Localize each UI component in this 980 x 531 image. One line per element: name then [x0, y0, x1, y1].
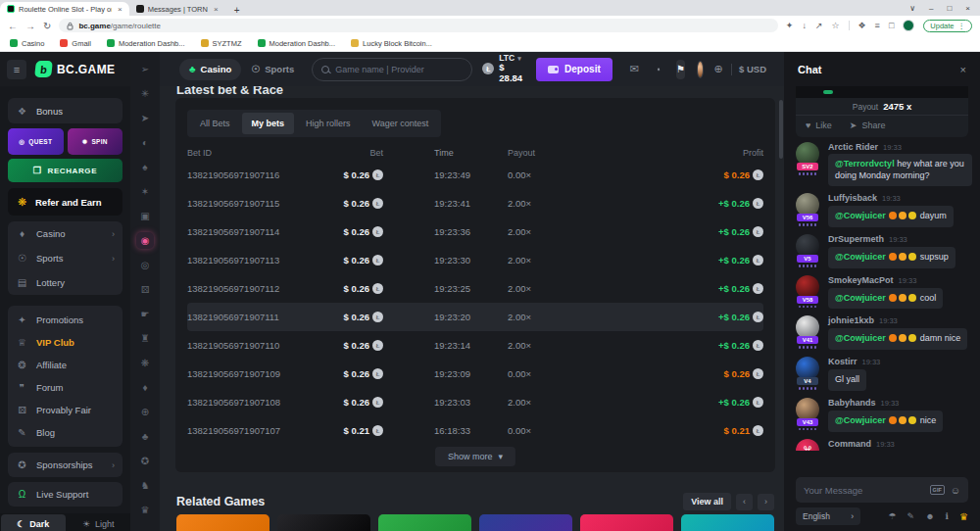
bookmark-item[interactable]: Casino	[10, 39, 44, 48]
rail-fortune-icon[interactable]: ✪	[136, 453, 154, 469]
rail-crash-icon[interactable]: ➢	[136, 61, 154, 77]
sidebar-item-casino[interactable]: ♦Casino›	[8, 221, 122, 246]
user-mention[interactable]: @Terrordvctyl	[835, 159, 895, 169]
user-mention[interactable]: @Cowjuicer	[835, 333, 886, 343]
rail-video-poker-icon[interactable]: ♣	[136, 428, 154, 445]
recharge-button[interactable]: ❒ RECHARGE	[8, 159, 122, 182]
bets-tab-high-rollers[interactable]: High rollers	[296, 113, 361, 134]
related-game-thumbnail[interactable]	[176, 514, 270, 531]
theme-light-button[interactable]: ☀ Light	[67, 513, 131, 531]
emoji-icon[interactable]: ☺	[951, 485, 960, 496]
browser-tab-roulette[interactable]: Roulette Online Slot - Play onlin... ×	[0, 2, 129, 16]
related-game-thumbnail[interactable]	[378, 514, 471, 531]
bookmark-item[interactable]: Moderation Dashb...	[258, 39, 336, 48]
chat-input-box[interactable]: GIF ☺	[796, 477, 968, 503]
user-mention[interactable]: @Cowjuicer	[835, 415, 886, 425]
chat-username[interactable]: johnie1kxb	[828, 315, 874, 325]
rail-roulette-icon[interactable]: ◉	[136, 232, 154, 249]
chat-toggle-button[interactable]: ⚑	[676, 60, 685, 79]
table-row[interactable]: 138219056971907113$ 0.26Ł19:23:302.00×+$…	[187, 246, 763, 274]
user-mention[interactable]: @Cowjuicer	[835, 211, 886, 220]
chat-user-avatar[interactable]: ⌘	[796, 439, 819, 452]
tab-close-icon[interactable]: ×	[214, 5, 219, 14]
sidebar-item-promotions[interactable]: ✦Promotions	[8, 309, 122, 331]
share-button[interactable]: ➤Share	[850, 121, 886, 130]
wallet-currency-selector[interactable]: Ł LTC▾ $ 28.84	[482, 54, 522, 85]
messages-icon[interactable]: ✉	[630, 63, 639, 75]
chat-username[interactable]: Luffyisback	[828, 193, 877, 203]
fiat-currency-label[interactable]: $ USD	[739, 64, 766, 74]
game-search-box[interactable]	[312, 58, 472, 81]
sidebar-item-provably-fair[interactable]: ⚄Provably Fair	[8, 399, 122, 421]
table-row[interactable]: 138219056971907110$ 0.26Ł19:23:142.00×+$…	[187, 331, 763, 360]
reading-list-icon[interactable]: ≡	[875, 21, 880, 30]
reload-button[interactable]: ↻	[43, 21, 51, 31]
view-all-button[interactable]: View all	[683, 493, 731, 510]
bets-tab-my-bets[interactable]: My bets	[242, 113, 295, 134]
sidebar-item-forum[interactable]: ❞Forum	[8, 376, 122, 399]
sidebar-item-vip-club[interactable]: ♕VIP Club	[8, 331, 122, 354]
user-avatar[interactable]	[697, 61, 704, 78]
related-game-thumbnail[interactable]	[681, 514, 774, 531]
table-row[interactable]: 138219056971907108$ 0.26Ł19:23:032.00×+$…	[187, 388, 763, 416]
sidebar-item-live-support[interactable]: ΩLive Support	[8, 482, 122, 507]
chat-moderator-icon[interactable]: ☻	[925, 511, 934, 521]
rail-dice-icon[interactable]: ⚄	[136, 281, 154, 298]
language-globe-icon[interactable]: ⊕	[713, 63, 722, 75]
share-icon[interactable]: ↗	[815, 21, 823, 30]
rail-plinko-icon[interactable]: ▣	[136, 208, 154, 224]
rail-slots-icon[interactable]: ✳	[136, 85, 154, 102]
chat-username[interactable]: Arctic Rider	[828, 142, 878, 152]
window-close-button[interactable]: ×	[965, 4, 970, 13]
chat-message-input[interactable]	[804, 485, 924, 496]
window-maximize-button[interactable]: □	[947, 4, 952, 13]
bets-tab-all-bets[interactable]: All Bets	[190, 113, 240, 134]
chat-username[interactable]: Command	[828, 439, 871, 449]
bookmark-item[interactable]: Gmail	[60, 39, 91, 48]
sidebar-toggle-button[interactable]: ≡	[7, 60, 26, 79]
show-more-button[interactable]: Show more ▾	[435, 447, 515, 466]
table-row[interactable]: 138219056971907111$ 0.26Ł19:23:202.00×+$…	[187, 303, 763, 331]
download-icon[interactable]: ↓	[802, 21, 807, 30]
user-mention[interactable]: @Cowjuicer	[835, 252, 886, 262]
new-tab-button[interactable]: +	[225, 5, 249, 16]
sidebar-item-sponsorships[interactable]: ✪Sponsorships›	[8, 453, 122, 477]
rail-coinflip-icon[interactable]: ◐	[136, 134, 154, 151]
rail-darts-icon[interactable]: ➤	[136, 110, 154, 126]
related-game-thumbnail[interactable]	[479, 514, 572, 531]
side-panel-icon[interactable]: □	[889, 21, 894, 30]
notifications-bell-icon[interactable]	[657, 64, 661, 75]
rail-mines-icon[interactable]: ✶	[136, 183, 154, 200]
chat-rain-icon[interactable]: ☂	[889, 511, 897, 521]
sidebar-item-affiliate[interactable]: ❂Affiliate	[8, 354, 122, 376]
table-row[interactable]: 138219056971907114$ 0.26Ł19:23:362.00×+$…	[187, 217, 763, 246]
bookmark-item[interactable]: Lucky Block Bitcoin...	[351, 39, 432, 48]
bookmark-item[interactable]: Moderation Dashb...	[107, 39, 185, 48]
chat-username[interactable]: Kostirr	[828, 357, 858, 366]
address-bar[interactable]: bc.game/game/roulette	[59, 19, 777, 32]
nav-sports-tab[interactable]: ☉ Sports	[241, 59, 304, 80]
table-row[interactable]: 138219056971907115$ 0.26Ł19:23:412.00×+$…	[187, 189, 763, 217]
sidebar-item-bonus[interactable]: ❖ Bonus	[8, 98, 122, 123]
related-game-thumbnail[interactable]	[580, 514, 673, 531]
sidebar-item-blog[interactable]: ✎Blog	[8, 421, 122, 444]
carousel-next-button[interactable]: ›	[758, 494, 774, 510]
rail-tower-icon[interactable]: ♜	[136, 330, 154, 347]
chat-username[interactable]: SmokeyMacPot	[828, 275, 894, 285]
rail-wheel-icon[interactable]: ❋	[136, 355, 154, 371]
browser-tab-torn[interactable]: Messages | TORN ×	[129, 2, 225, 16]
forward-button[interactable]: →	[25, 21, 35, 31]
sidebar-spin-button[interactable]: ✹SPIN	[68, 128, 123, 155]
window-minimize-button[interactable]: –	[929, 4, 933, 13]
like-button[interactable]: ♥Like	[806, 121, 832, 130]
rail-trophy-icon[interactable]: ♛	[136, 502, 154, 518]
rail-baccarat-icon[interactable]: ♦	[136, 379, 154, 396]
related-game-thumbnail[interactable]	[277, 514, 370, 531]
scrollbar-thumb[interactable]	[779, 100, 783, 159]
chat-username[interactable]: DrSupermeth	[828, 234, 884, 244]
key-icon[interactable]: ✦	[786, 21, 794, 30]
sidebar-quest-button[interactable]: ◎QUEST	[8, 128, 64, 155]
bookmark-item[interactable]: SYZTMZ	[201, 39, 242, 48]
update-button[interactable]: Update⋮	[923, 20, 972, 32]
table-row[interactable]: 138219056971907116$ 0.26Ł19:23:490.00×$ …	[187, 161, 763, 189]
